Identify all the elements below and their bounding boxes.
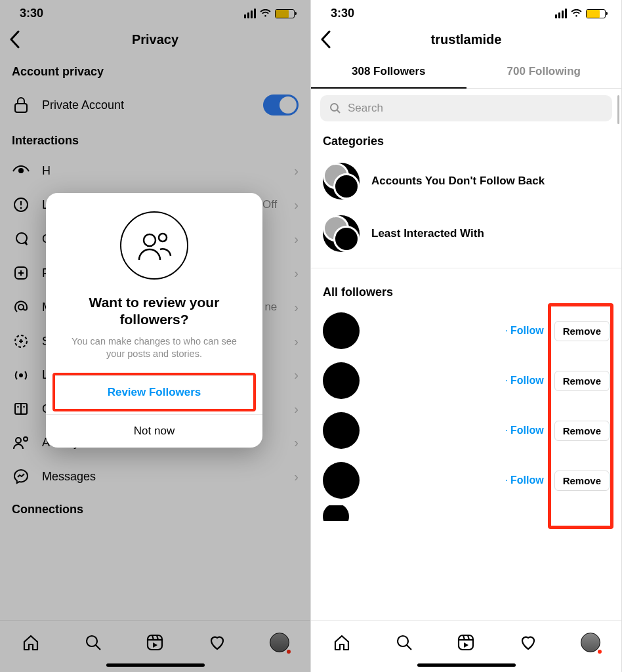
alert-icon <box>12 197 30 213</box>
svg-point-29 <box>398 636 408 646</box>
modal-title: Want to review your followers? <box>46 294 262 335</box>
bottom-nav <box>311 620 621 663</box>
home-indicator <box>417 663 516 667</box>
follower-row[interactable]: ·Follow Remove <box>311 306 621 356</box>
search-icon[interactable] <box>393 631 415 654</box>
reels-icon[interactable] <box>144 631 166 654</box>
row-private-account[interactable]: Private Account <box>0 85 310 125</box>
modal-body: You can make changes to who can see your… <box>46 335 262 373</box>
scroll-indicator <box>617 95 619 124</box>
battery-icon <box>586 9 606 18</box>
follower-row[interactable] <box>311 505 621 521</box>
profile-icon[interactable] <box>268 631 291 654</box>
chevron-right-icon: › <box>294 163 299 178</box>
right-screen: 3:30 trustlamide 308 Followers 700 Follo… <box>311 0 622 672</box>
cellular-icon <box>555 9 567 18</box>
private-toggle[interactable] <box>263 94 299 116</box>
follower-row[interactable]: ·Follow Remove <box>311 356 621 406</box>
svg-point-1 <box>18 168 24 173</box>
followers-list: ·Follow Remove ·Follow Remove ·Follow Re… <box>311 306 621 521</box>
profile-icon[interactable] <box>579 631 602 654</box>
home-icon[interactable] <box>20 631 42 654</box>
back-icon[interactable] <box>9 30 20 49</box>
svg-point-17 <box>16 438 21 443</box>
follow-link[interactable]: Follow <box>510 425 544 436</box>
section-all-followers: All followers <box>311 276 621 306</box>
nav-header: trustlamide <box>311 23 621 56</box>
wifi-icon <box>571 9 582 18</box>
remove-button[interactable]: Remove <box>554 321 610 341</box>
row-messages-label: Messages <box>42 470 282 484</box>
remove-button[interactable]: Remove <box>554 421 610 441</box>
page-title: Privacy <box>132 32 178 47</box>
guides-icon <box>12 401 30 417</box>
section-interactions: Interactions <box>0 125 310 154</box>
category-not-follow-back[interactable]: Accounts You Don't Follow Back <box>311 155 621 207</box>
status-right <box>555 9 606 18</box>
section-account-privacy: Account privacy <box>0 56 310 85</box>
chevron-right-icon: › <box>294 266 299 281</box>
category-label: Accounts You Don't Follow Back <box>371 175 545 188</box>
avatar <box>323 462 360 499</box>
status-time: 3:30 <box>20 7 43 20</box>
status-bar: 3:30 <box>311 0 621 23</box>
svg-point-25 <box>144 234 156 246</box>
live-icon <box>12 369 30 382</box>
row-messages[interactable]: Messages › <box>0 459 310 494</box>
lock-icon <box>12 96 30 114</box>
search-input[interactable]: Search <box>320 95 612 121</box>
chevron-right-icon: › <box>294 198 299 213</box>
section-connections: Connections <box>0 494 310 523</box>
status-time: 3:30 <box>331 7 354 20</box>
messenger-icon <box>12 469 30 484</box>
chevron-right-icon: › <box>294 334 299 349</box>
divider <box>311 268 621 268</box>
heart-icon[interactable] <box>517 631 539 654</box>
people-icon <box>120 211 188 280</box>
chevron-right-icon: › <box>294 435 299 450</box>
svg-point-18 <box>24 437 28 441</box>
avatar <box>323 505 349 521</box>
battery-icon <box>275 9 295 18</box>
svg-rect-0 <box>15 104 27 112</box>
follow-link[interactable]: Follow <box>510 474 544 486</box>
tab-following[interactable]: 700 Following <box>466 56 622 89</box>
follower-row[interactable]: ·Follow Remove <box>311 455 621 505</box>
status-right <box>244 9 295 18</box>
chevron-right-icon: › <box>294 402 299 417</box>
heart-icon[interactable] <box>206 631 228 654</box>
status-bar: 3:30 <box>0 0 310 23</box>
home-indicator <box>106 663 205 667</box>
home-icon[interactable] <box>331 631 353 654</box>
svg-point-26 <box>159 234 167 242</box>
eye-icon <box>12 165 30 177</box>
svg-point-4 <box>20 207 22 209</box>
avatar <box>323 312 360 349</box>
story-icon <box>12 333 30 349</box>
username-title: trustlamide <box>431 32 502 47</box>
activity-icon <box>12 436 30 450</box>
svg-line-28 <box>337 110 340 113</box>
avatar <box>323 362 360 399</box>
not-now-button[interactable]: Not now <box>46 414 262 448</box>
svg-rect-21 <box>148 635 162 650</box>
back-icon[interactable] <box>320 30 331 49</box>
follow-link[interactable]: Follow <box>510 375 544 386</box>
category-least-interacted[interactable]: Least Interacted With <box>311 207 621 260</box>
follow-link[interactable]: Follow <box>510 325 544 336</box>
reels-icon[interactable] <box>455 631 477 654</box>
follower-row[interactable]: ·Follow Remove <box>311 406 621 455</box>
row-limits-trail: Off <box>262 198 277 211</box>
remove-button[interactable]: Remove <box>554 371 610 391</box>
review-followers-modal: Want to review your followers? You can m… <box>46 193 262 448</box>
at-icon <box>12 299 30 315</box>
search-icon[interactable] <box>82 631 104 654</box>
cellular-icon <box>244 9 256 18</box>
row-hidden[interactable]: H › <box>0 154 310 188</box>
row-mentions-trail: ne <box>264 301 277 314</box>
tab-followers[interactable]: 308 Followers <box>311 56 466 89</box>
svg-point-12 <box>19 373 23 377</box>
review-followers-button[interactable]: Review Followers <box>55 375 253 409</box>
remove-button[interactable]: Remove <box>554 471 610 491</box>
svg-point-27 <box>331 104 338 111</box>
